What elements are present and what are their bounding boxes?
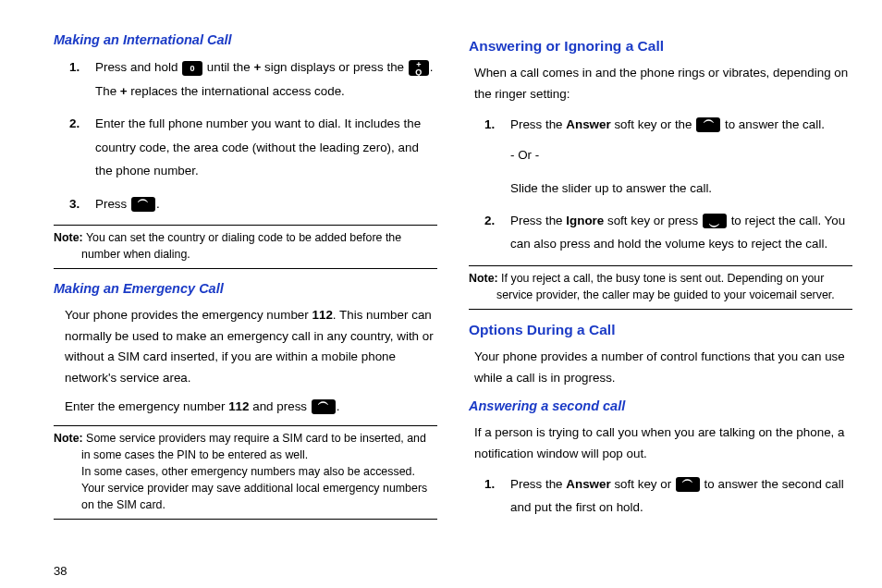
emergency-para-2: Enter the emergency number 112 and press… (65, 397, 437, 418)
answer-key-label: Answer (566, 477, 610, 491)
note-sim-required: Note: Some service providers may require… (54, 425, 437, 520)
note-text: If you reject a call, the busy tone is s… (496, 272, 835, 301)
plus-sign: + (120, 84, 128, 98)
text: until the (203, 60, 253, 74)
text: to answer the call. (721, 117, 825, 131)
right-column: Answering or Ignoring a Call When a call… (469, 28, 852, 555)
text: Press the (510, 477, 566, 491)
text: soft key or (611, 477, 675, 491)
end-key-icon: ⏝ (703, 214, 727, 228)
text: Enter the emergency number (65, 399, 228, 413)
text: replaces the international access code. (128, 84, 345, 98)
text: Press the (510, 214, 566, 227)
left-column: Making an International Call Press and h… (54, 28, 437, 555)
step-1: Press the Answer soft key or the ⏜ to an… (510, 113, 852, 200)
text: Your phone provides the emergency number (65, 308, 312, 322)
text: . (337, 399, 340, 413)
text: . (156, 197, 160, 211)
text: soft key or press (604, 214, 702, 227)
note-text: Some service providers may require a SIM… (81, 432, 426, 461)
ignore-key-label: Ignore (566, 214, 604, 227)
note-dialing-code: Note: You can set the country or dialing… (54, 225, 437, 269)
note-text: In some cases, other emergency numbers m… (54, 464, 437, 514)
step-3: Press ⏜. (95, 192, 437, 215)
options-intro: Your phone provides a number of control … (474, 347, 852, 389)
heading-answer-ignore: Answering or Ignoring a Call (469, 35, 852, 57)
step-2: Press the Ignore soft key or press ⏝ to … (510, 209, 852, 256)
note-label: Note: (54, 231, 83, 244)
text: Press (95, 197, 130, 211)
emergency-para-1: Your phone provides the emergency number… (65, 305, 437, 389)
text: sign displays or press the (261, 60, 408, 74)
second-call-intro: If a person is trying to call you when y… (474, 423, 852, 465)
or-divider: - Or - (510, 143, 852, 166)
answer-steps: Press the Answer soft key or the ⏜ to an… (469, 113, 852, 256)
second-call-steps: Press the Answer soft key or ⏜ to answer… (469, 472, 852, 520)
heading-options-during-call: Options During a Call (469, 319, 852, 341)
note-label: Note: (54, 432, 83, 445)
step-1: Press the Answer soft key or ⏜ to answer… (510, 472, 852, 520)
step-2: Enter the full phone number you want to … (95, 112, 437, 182)
note-label: Note: (469, 272, 498, 285)
page-number: 38 (0, 564, 882, 578)
emergency-number: 112 (312, 308, 333, 322)
heading-second-call: Answering a second call (469, 396, 852, 416)
heading-intl-call: Making an International Call (54, 30, 437, 50)
note-text: You can set the country or dialing code … (81, 231, 401, 261)
plus-key-icon: +Q (409, 60, 429, 76)
step-1: Press and hold 0 until the + sign displa… (95, 55, 437, 103)
call-key-icon: ⏜ (696, 117, 720, 132)
slide-instruction: Slide the slider up to answer the call. (510, 177, 852, 200)
manual-page: Making an International Call Press and h… (0, 0, 882, 564)
answer-key-label: Answer (566, 117, 610, 131)
answer-intro: When a call comes in and the phone rings… (474, 63, 852, 105)
emergency-number: 112 (228, 399, 249, 413)
intl-call-steps: Press and hold 0 until the + sign displa… (54, 55, 437, 215)
text: and press (250, 399, 311, 413)
call-key-icon: ⏜ (676, 477, 700, 492)
note-reject-call: Note: If you reject a call, the busy ton… (469, 265, 852, 310)
text: soft key or the (611, 117, 696, 131)
zero-key-icon: 0 (182, 61, 202, 76)
call-key-icon: ⏜ (312, 399, 336, 414)
text: Press and hold (95, 60, 181, 74)
text: Press the (510, 117, 566, 131)
call-key-icon: ⏜ (131, 197, 155, 212)
heading-emergency-call: Making an Emergency Call (54, 278, 437, 299)
